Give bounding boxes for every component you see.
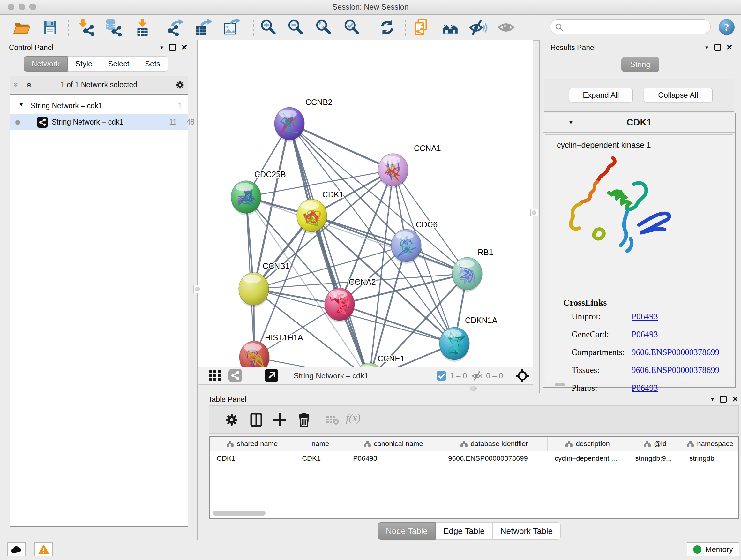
delete-column-trash-icon[interactable]: [295, 411, 313, 429]
table-hscrollbar-thumb[interactable]: [213, 510, 266, 516]
expand-all-button[interactable]: Expand All: [569, 88, 633, 103]
tab-sets[interactable]: Sets: [137, 56, 168, 71]
network-graph[interactable]: CCNB2CCNA1CDC25BCDK1CDC6RB1CCNB1CCNA2CDK…: [198, 40, 533, 367]
table-row[interactable]: CDK1CDK1P064939606.ENSP00000378699cyclin…: [210, 451, 738, 465]
crosslink-row: Compartments:9606.ENSP00000378699: [545, 348, 733, 365]
tab-network-table[interactable]: Network Table: [493, 522, 561, 540]
network-edge[interactable]: [369, 246, 406, 367]
column-header-canonical-name[interactable]: canonical name: [346, 437, 441, 451]
import-network-button[interactable]: [77, 18, 96, 37]
panel-float-icon[interactable]: [169, 44, 176, 51]
import-network-from-database-button[interactable]: [104, 18, 123, 37]
network-node-rb1[interactable]: [452, 257, 482, 292]
tab-select[interactable]: Select: [100, 56, 137, 71]
crosslink-link[interactable]: P06493: [631, 312, 658, 321]
home-pages-button[interactable]: [441, 18, 460, 37]
collection-expander-icon[interactable]: ▼: [18, 102, 24, 108]
birdseye-grid-icon[interactable]: [209, 369, 221, 382]
center-view-crosshair-icon[interactable]: [516, 369, 529, 382]
tab-style[interactable]: Style: [68, 56, 100, 71]
create-column-plus-icon[interactable]: [271, 411, 289, 429]
crosslink-link[interactable]: 9606.ENSP00000378699: [631, 348, 719, 357]
memory-button[interactable]: Memory: [687, 543, 739, 557]
zoom-in-button[interactable]: [259, 18, 277, 37]
import-table-button[interactable]: [133, 18, 151, 37]
column-header-name[interactable]: name: [295, 437, 346, 451]
open-in-window-icon[interactable]: [265, 369, 278, 382]
selected-checkbox[interactable]: [436, 371, 446, 381]
network-node-cdc6[interactable]: [391, 229, 421, 264]
node-label-ccne1: CCNE1: [378, 354, 405, 363]
network-node-cdk1[interactable]: [297, 199, 327, 234]
tab-string[interactable]: String: [621, 57, 659, 72]
crosslink-link[interactable]: P06493: [631, 383, 658, 393]
network-node-ccna2[interactable]: [325, 288, 354, 322]
panel-close-icon[interactable]: ✕: [726, 45, 733, 50]
network-node-ccnb2[interactable]: [274, 107, 305, 142]
panel-float-icon[interactable]: [720, 396, 727, 402]
tab-node-table[interactable]: Node Table: [378, 522, 435, 540]
network-edge[interactable]: [289, 124, 455, 344]
vertical-splitter-handle-left[interactable]: [193, 285, 201, 293]
network-node-hist1h1a[interactable]: [239, 341, 269, 367]
network-collection-row[interactable]: ▼ String Network – cdk1 1: [10, 99, 188, 113]
export-image-button[interactable]: [222, 18, 240, 37]
network-edge[interactable]: [289, 124, 369, 367]
help-button[interactable]: ?: [719, 19, 735, 35]
node-label-ccna1: CCNA1: [414, 144, 441, 152]
toolbar-separator: [68, 17, 69, 37]
open-session-button[interactable]: [12, 18, 31, 37]
control-panel-title: Control Panel: [9, 44, 53, 52]
network-row-selected[interactable]: String Network – cdk1 11 48: [10, 114, 188, 130]
node-result-header[interactable]: ▼ CDK1: [543, 113, 735, 133]
panel-float-icon[interactable]: [714, 44, 721, 51]
column-header-namespace[interactable]: namespace: [682, 437, 738, 451]
table-tabs: Node TableEdge TableNetwork Table: [378, 522, 561, 540]
search-input[interactable]: [567, 21, 707, 33]
cloud-status-button[interactable]: [7, 543, 26, 557]
network-node-cdc25b[interactable]: [231, 181, 261, 215]
crosslink-link[interactable]: 9606.ENSP00000378699: [631, 365, 719, 375]
panel-collapse-icon[interactable]: ▼: [704, 45, 709, 50]
horizontal-splitter-handle[interactable]: [470, 386, 477, 391]
card-scrollbar-thumb[interactable]: [555, 383, 565, 386]
vertical-splitter-handle-right[interactable]: [530, 209, 538, 216]
search-icon: [555, 23, 564, 32]
zoom-out-button[interactable]: [286, 18, 305, 37]
panel-close-icon[interactable]: ✕: [181, 45, 188, 50]
network-node-ccnb1[interactable]: [239, 273, 269, 307]
apply-layout-button[interactable]: [378, 18, 396, 37]
save-session-button[interactable]: [41, 18, 59, 37]
network-edge[interactable]: [312, 215, 467, 273]
column-header--id[interactable]: @id: [628, 437, 682, 451]
network-node-cdkn1a[interactable]: [440, 327, 469, 362]
export-network-button[interactable]: [166, 18, 185, 37]
node-label-ccnb2: CCNB2: [306, 98, 333, 107]
network-options-gear-icon[interactable]: [174, 79, 186, 91]
network-node-ccna1[interactable]: [378, 153, 408, 188]
export-table-button[interactable]: [194, 18, 212, 37]
column-header-shared-name[interactable]: shared name: [210, 437, 295, 451]
panel-collapse-icon[interactable]: ▼: [710, 396, 715, 402]
crosslink-link[interactable]: P06493: [631, 329, 658, 339]
network-canvas[interactable]: CCNB2CCNA1CDC25BCDK1CDC6RB1CCNB1CCNA2CDK…: [198, 40, 533, 367]
string-share-icon[interactable]: [228, 369, 242, 382]
tab-edge-table[interactable]: Edge Table: [435, 522, 493, 540]
hide-results-icon[interactable]: [469, 18, 488, 37]
zoom-fit-button[interactable]: [314, 18, 333, 37]
zoom-selected-button[interactable]: [342, 18, 361, 37]
copy-network-button[interactable]: [413, 18, 431, 37]
column-header-database-identifier[interactable]: database identifier: [441, 437, 548, 451]
panel-collapse-icon[interactable]: ▼: [159, 45, 164, 50]
show-eye-icon[interactable]: [497, 18, 515, 37]
warning-status-button[interactable]: [35, 543, 53, 557]
table-options-gear-icon[interactable]: [223, 411, 241, 429]
column-header-description[interactable]: description: [548, 437, 628, 451]
network-edge[interactable]: [289, 124, 393, 170]
panel-close-icon[interactable]: ✕: [732, 396, 738, 402]
memory-status-dot: [693, 545, 701, 554]
tab-network[interactable]: Network: [23, 56, 68, 71]
collapse-all-button[interactable]: Collapse All: [644, 88, 713, 103]
table-toolbar: f(x): [209, 406, 739, 434]
show-columns-icon[interactable]: [247, 411, 265, 429]
